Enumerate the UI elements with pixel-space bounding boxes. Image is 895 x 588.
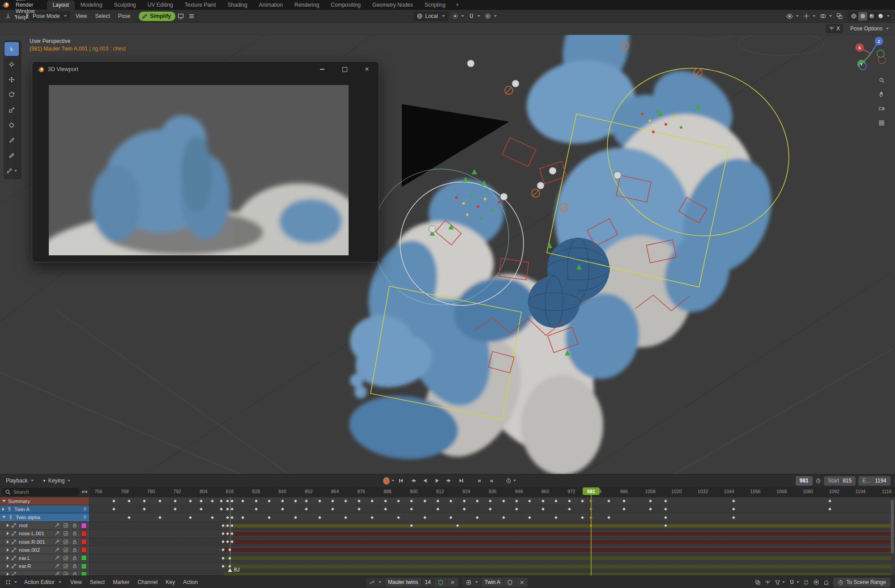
pose-options-dropdown[interactable]: Pose Options [850, 25, 889, 32]
xray-toggle[interactable] [834, 12, 845, 21]
proportional-edit-button[interactable] [482, 12, 499, 21]
unlink-slot-button[interactable] [516, 578, 528, 587]
channel-twin-alpha[interactable]: Twin alpha [0, 513, 89, 521]
show-overlays-button[interactable] [818, 12, 834, 21]
modifier-wrench-icon[interactable] [54, 523, 60, 528]
expand-closed-icon[interactable] [7, 524, 9, 527]
copy-keyframes-button[interactable] [755, 580, 761, 585]
search-field[interactable] [2, 488, 80, 496]
browse-action-button[interactable] [366, 578, 385, 587]
proportional-edit-button[interactable] [813, 579, 819, 585]
to-scene-range-button[interactable]: To Scene Range [833, 578, 891, 587]
lock-icon[interactable] [72, 555, 77, 561]
current-frame-field[interactable]: 981 [796, 476, 813, 486]
filter-button[interactable] [775, 580, 785, 585]
pin-icon[interactable] [82, 515, 88, 520]
zoom-button[interactable] [877, 75, 886, 85]
window-titlebar[interactable]: 3D Viewport × [32, 62, 379, 77]
navigation-gizmo[interactable]: Z X Y [853, 35, 889, 72]
preview-range-button[interactable] [505, 476, 516, 486]
visibility-button[interactable] [784, 12, 801, 21]
modifier-wrench-icon[interactable] [54, 571, 60, 575]
fake-user-button[interactable] [435, 578, 447, 587]
tab-shading[interactable]: Shading [222, 0, 253, 10]
floating-viewport-window[interactable]: 3D Viewport × [32, 61, 379, 262]
expand-closed-icon[interactable] [7, 572, 9, 575]
tool-cursor[interactable] [4, 57, 19, 71]
enable-checkbox-icon[interactable] [63, 563, 68, 569]
menu-window[interactable]: Window [12, 8, 39, 14]
expand-open-icon[interactable] [2, 516, 6, 518]
tab-texture-paint[interactable]: Texture Paint [179, 0, 222, 10]
action-users-button[interactable]: 14 [422, 578, 434, 587]
expand-closed-icon[interactable] [7, 532, 9, 535]
modifier-wrench-icon[interactable] [54, 531, 60, 536]
ortho-toggle-button[interactable] [877, 118, 886, 128]
marker-line[interactable] [230, 497, 230, 567]
enable-checkbox-icon[interactable] [63, 523, 68, 528]
show-gizmo-button[interactable] [801, 12, 818, 21]
footer-menu-view[interactable]: View [66, 579, 86, 585]
channel-root[interactable]: root [0, 522, 89, 529]
playback-menu[interactable]: Playback [4, 476, 36, 486]
modifier-wrench-icon[interactable] [54, 547, 60, 553]
modifier-wrench-icon[interactable] [54, 563, 60, 569]
mirror-x-toggle[interactable]: X [826, 24, 843, 33]
footer-menu-marker[interactable]: Marker [109, 579, 133, 585]
pan-button[interactable] [877, 89, 886, 99]
channel-summary[interactable]: Summary [0, 497, 89, 505]
tab-geometry-nodes[interactable]: Geometry Nodes [367, 0, 419, 10]
tab-sculpting[interactable]: Sculpting [108, 0, 141, 10]
viewport-menu-view[interactable]: View [72, 13, 91, 19]
viewport-menu-pose[interactable]: Pose [114, 13, 134, 19]
auto-key-button[interactable] [383, 476, 394, 486]
footer-menu-channel[interactable]: Channel [134, 579, 162, 585]
browse-slot-button[interactable] [463, 578, 482, 587]
tool-measure[interactable] [4, 148, 19, 162]
channel-nose-002[interactable]: nose.002 [0, 546, 89, 554]
tab-modeling[interactable]: Modeling [75, 0, 108, 10]
jump-to-end-button[interactable] [456, 476, 467, 486]
expand-closed-icon[interactable] [7, 564, 9, 568]
orientation-dropdown[interactable]: Local [413, 12, 448, 21]
footer-menu-action[interactable]: Action [179, 579, 202, 585]
frame-start-field[interactable]: Start 815 [824, 476, 856, 486]
channel-ear-r[interactable]: ear.R [0, 563, 89, 570]
blender-logo-icon[interactable] [0, 1, 12, 8]
marker-triangle-icon[interactable] [228, 568, 232, 572]
expand-closed-icon[interactable] [7, 540, 9, 544]
unlink-action-button[interactable] [447, 578, 458, 587]
tab-rendering[interactable]: Rendering [289, 0, 325, 10]
menu-list-button[interactable] [186, 12, 197, 21]
modifier-wrench-icon[interactable] [54, 555, 60, 561]
tool-select-box[interactable] [4, 42, 19, 56]
play-button[interactable] [431, 476, 443, 486]
expand-closed-icon[interactable] [7, 556, 9, 560]
pivot-point-button[interactable] [450, 12, 466, 21]
filter-toggle-icon[interactable] [81, 489, 88, 495]
menu-help[interactable]: Help [12, 14, 39, 21]
shading-solid-button[interactable] [858, 12, 867, 21]
lock-icon[interactable] [72, 539, 77, 545]
shading-rendered-button[interactable] [876, 12, 885, 21]
camera-view-button[interactable] [877, 104, 886, 114]
keying-menu[interactable]: Keying [39, 476, 73, 486]
shading-material-button[interactable] [867, 12, 876, 21]
add-workspace-tab[interactable]: + [451, 2, 463, 8]
footer-menu-key[interactable]: Key [162, 579, 179, 585]
enable-checkbox-icon[interactable] [63, 571, 68, 575]
snap-button[interactable] [789, 580, 799, 585]
pin-icon[interactable] [82, 507, 88, 512]
minimize-button[interactable] [319, 66, 326, 73]
editor-type-button[interactable] [3, 578, 19, 587]
maximize-button[interactable] [341, 66, 348, 73]
expand-closed-icon[interactable] [7, 548, 9, 552]
tool-rotate[interactable] [4, 88, 19, 102]
close-button[interactable]: × [363, 66, 371, 73]
viewport-menu-select[interactable]: Select [91, 13, 114, 19]
modifier-wrench-icon[interactable] [54, 539, 60, 545]
menu-render[interactable]: Render [12, 2, 39, 8]
annotate-settings-button[interactable] [175, 12, 186, 21]
expand-closed-icon[interactable] [2, 508, 4, 511]
tab-layout[interactable]: Layout [47, 0, 75, 10]
